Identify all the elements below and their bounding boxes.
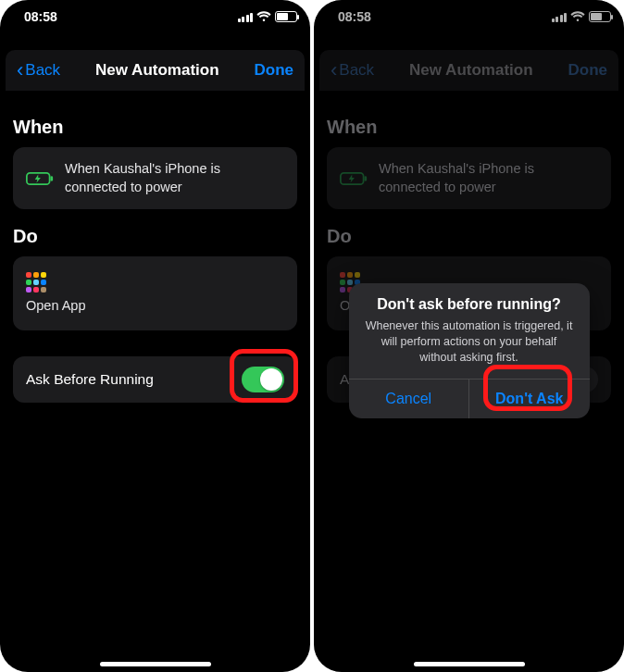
toggle-knob	[260, 368, 282, 391]
content: When When Kaushal's iPhone is connected …	[314, 91, 624, 412]
back-label: Back	[25, 61, 60, 80]
back-button[interactable]: ‹ Back	[17, 60, 60, 81]
section-do-title: Do	[13, 226, 297, 247]
do-action-card[interactable]: Open App	[13, 256, 297, 330]
home-indicator[interactable]	[100, 662, 211, 666]
back-button: ‹ Back	[331, 60, 374, 81]
status-bar: 08:58	[314, 0, 624, 28]
ask-before-running-toggle[interactable]	[242, 367, 284, 392]
content: When When Kaushal's iPhone is connected …	[0, 91, 310, 412]
battery-icon	[589, 11, 611, 22]
when-trigger-text: When Kaushal's iPhone is connected to po…	[379, 160, 598, 196]
cellular-icon	[238, 12, 254, 22]
section-do-title: Do	[327, 226, 611, 247]
svg-rect-3	[364, 176, 367, 180]
ask-before-running-row: Ask	[327, 356, 611, 403]
when-trigger-text: When Kaushal's iPhone is connected to po…	[65, 160, 284, 196]
page-title: New Automation	[409, 61, 532, 80]
ask-before-running-row: Ask Before Running	[13, 356, 297, 403]
do-action-card: Op	[327, 256, 611, 330]
done-button[interactable]: Done	[254, 61, 293, 80]
when-trigger-card: When Kaushal's iPhone is connected to po…	[327, 147, 611, 209]
wifi-icon	[256, 11, 271, 22]
nav-bar: ‹ Back New Automation Done	[319, 50, 618, 91]
nav-bar: ‹ Back New Automation Done	[6, 50, 305, 91]
battery-icon	[275, 11, 297, 22]
status-indicators	[238, 11, 298, 22]
when-trigger-card[interactable]: When Kaushal's iPhone is connected to po…	[13, 147, 297, 209]
back-label: Back	[339, 61, 374, 80]
toggle-knob	[557, 368, 580, 391]
do-action-label: Open App	[26, 298, 86, 313]
chevron-left-icon: ‹	[17, 60, 23, 81]
cellular-icon	[552, 12, 568, 22]
screenshot-left: 08:58 ‹ Back New Automation Done When Wh…	[0, 0, 310, 672]
status-time: 08:58	[13, 9, 57, 24]
do-action-label: Op	[340, 298, 357, 313]
ask-before-running-label: Ask Before Running	[26, 371, 154, 388]
chevron-left-icon: ‹	[331, 60, 337, 81]
charging-icon	[26, 170, 54, 187]
status-bar: 08:58	[0, 0, 310, 28]
svg-rect-1	[50, 176, 53, 180]
section-when-title: When	[327, 117, 611, 138]
section-when-title: When	[13, 117, 297, 138]
done-button: Done	[568, 61, 607, 80]
charging-icon	[340, 170, 368, 187]
status-indicators	[552, 11, 612, 22]
app-grid-icon	[26, 272, 46, 292]
ask-before-running-toggle	[555, 367, 598, 392]
app-grid-icon	[340, 272, 360, 292]
page-title: New Automation	[95, 61, 218, 80]
ask-before-running-label: Ask	[340, 371, 364, 388]
home-indicator[interactable]	[414, 662, 525, 666]
status-time: 08:58	[327, 9, 371, 24]
screenshot-right: 08:58 ‹ Back New Automation Done When Wh…	[314, 0, 624, 672]
wifi-icon	[570, 11, 585, 22]
